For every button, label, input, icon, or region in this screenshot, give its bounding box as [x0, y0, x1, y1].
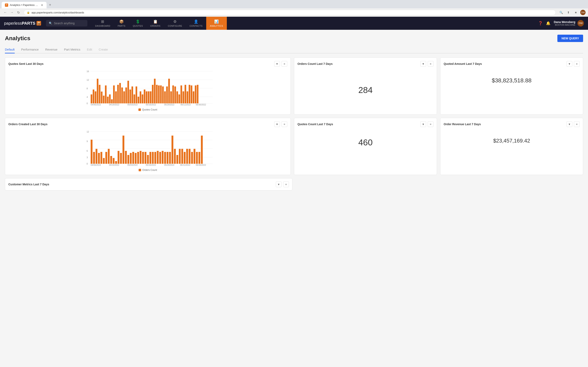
- orders-created-menu-button[interactable]: ≡: [282, 121, 287, 127]
- tab-part-metrics[interactable]: Part Metrics: [64, 46, 80, 53]
- tab-performance[interactable]: Performance: [21, 46, 39, 53]
- tab-bar: P Analytics • Paperless Parts ✕ +: [0, 0, 588, 8]
- quoted-amount-filter-button[interactable]: ▼: [567, 61, 572, 67]
- svg-rect-96: [130, 153, 132, 164]
- order-revenue-card: Order Revenue Last 7 Days ▼ ≡ $23,457,16…: [440, 118, 583, 175]
- svg-rect-105: [152, 152, 154, 164]
- svg-rect-18: [107, 97, 109, 103]
- svg-rect-95: [127, 155, 129, 164]
- back-button[interactable]: ←: [2, 9, 8, 15]
- tab-edit: Edit: [87, 46, 92, 53]
- svg-rect-55: [182, 91, 184, 103]
- svg-rect-54: [181, 85, 182, 103]
- tab-revenue[interactable]: Revenue: [45, 46, 57, 53]
- quotes-count-header: Quotes Count Last 7 Days ▼ ≡: [297, 121, 433, 127]
- svg-rect-108: [159, 152, 161, 164]
- svg-rect-80: [91, 140, 93, 164]
- quoted-amount-menu-button[interactable]: ≡: [574, 61, 580, 67]
- svg-rect-35: [142, 94, 143, 103]
- bookmark-icon[interactable]: ★: [573, 9, 579, 15]
- svg-rect-36: [144, 90, 145, 103]
- user-avatar[interactable]: DW: [577, 20, 584, 26]
- share-icon[interactable]: ⬆: [566, 9, 571, 15]
- main-content: Analytics NEW QUERY Default Performance …: [0, 30, 588, 367]
- forward-button[interactable]: →: [9, 9, 15, 15]
- svg-rect-39: [150, 91, 151, 103]
- close-tab-button[interactable]: ✕: [41, 3, 43, 7]
- quotes-sent-card: Quotes Sent Last 30 Days ▼ ≡ 16 12 8 4 0: [5, 58, 291, 115]
- new-tab-button[interactable]: +: [47, 2, 53, 8]
- search-bar[interactable]: 🔍: [46, 20, 87, 26]
- quotes-icon: 💲: [136, 19, 140, 24]
- svg-text:06/30/2022: 06/30/2022: [196, 164, 206, 166]
- svg-rect-51: [174, 86, 176, 103]
- nav-item-orders[interactable]: 📋 ORDERS: [147, 17, 164, 30]
- svg-text:0: 0: [86, 102, 88, 105]
- customer-metrics-actions: ▼ ≡: [276, 182, 289, 187]
- svg-text:04/19/2022: 04/19/2022: [109, 164, 119, 166]
- svg-rect-94: [125, 151, 127, 164]
- svg-rect-102: [145, 152, 146, 164]
- order-revenue-menu-button[interactable]: ≡: [574, 121, 580, 127]
- search-input[interactable]: [54, 22, 85, 25]
- quotes-sent-header: Quotes Sent Last 30 Days ▼ ≡: [8, 61, 287, 67]
- svg-rect-118: [184, 152, 186, 164]
- quotes-count-filter-button[interactable]: ▼: [420, 121, 426, 127]
- orders-count-filter-button[interactable]: ▼: [420, 61, 426, 67]
- help-icon[interactable]: ❓: [538, 21, 543, 25]
- url-bar[interactable]: 🔒 app.paperlesparts.com/analytics/dashbo…: [24, 10, 556, 15]
- customer-metrics-menu-button[interactable]: ≡: [283, 182, 289, 187]
- svg-rect-15: [101, 92, 103, 103]
- svg-rect-16: [103, 96, 104, 103]
- nav-item-dashboard[interactable]: ⊞ DASHBOARD: [91, 17, 114, 30]
- svg-text:3: 3: [86, 156, 88, 159]
- orders-created-filter-button[interactable]: ▼: [274, 121, 280, 127]
- nav-item-quotes[interactable]: 💲 QUOTES: [129, 17, 146, 30]
- svg-text:8: 8: [86, 87, 88, 90]
- browser-chrome: P Analytics • Paperless Parts ✕ + ← → ↻ …: [0, 0, 588, 17]
- svg-text:04/06/2022: 04/06/2022: [91, 104, 101, 106]
- quotes-sent-filter-button[interactable]: ▼: [274, 61, 280, 67]
- svg-rect-24: [119, 83, 121, 103]
- notifications-icon[interactable]: 🔔: [546, 21, 550, 25]
- header-right: ❓ 🔔 Dana Wensberg BOSTON MACHINE DW: [538, 20, 584, 26]
- svg-rect-13: [97, 79, 98, 103]
- nav-item-analytics[interactable]: 📊 ANALYTICS: [206, 17, 227, 30]
- search-icon: 🔍: [49, 22, 52, 25]
- new-query-button[interactable]: NEW QUERY: [557, 35, 583, 42]
- quoted-amount-title: Quoted Amount Last 7 Days: [444, 62, 482, 66]
- orders-count-menu-button[interactable]: ≡: [428, 61, 433, 67]
- user-details: Dana Wensberg BOSTON MACHINE: [554, 20, 575, 26]
- svg-text:05/16/2022: 05/16/2022: [146, 164, 156, 166]
- svg-rect-121: [191, 152, 193, 164]
- active-tab[interactable]: P Analytics • Paperless Parts ✕: [2, 2, 47, 8]
- svg-rect-111: [167, 152, 168, 164]
- nav-label-configure: CONFIGURE: [168, 25, 182, 27]
- search-browser-icon[interactable]: 🔍: [558, 9, 564, 15]
- svg-rect-11: [93, 90, 94, 103]
- nav-item-parts[interactable]: 📦 PARTS: [114, 17, 129, 30]
- logo-icon: 📦: [36, 21, 41, 25]
- svg-rect-26: [123, 91, 125, 103]
- quotes-count-legend-dot: [138, 108, 141, 111]
- reload-button[interactable]: ↻: [16, 9, 21, 15]
- quoted-amount-value: $38,823,518.88: [492, 77, 532, 84]
- nav-item-contacts[interactable]: 👤 CONTACTS: [186, 17, 206, 30]
- customer-metrics-filter-button[interactable]: ▼: [276, 182, 282, 187]
- logo[interactable]: paperlessPARTS 📦: [4, 21, 41, 26]
- order-revenue-filter-button[interactable]: ▼: [567, 121, 572, 127]
- page-title: Analytics: [5, 35, 30, 42]
- svg-rect-38: [148, 91, 149, 103]
- browser-profile[interactable]: DW: [580, 10, 586, 15]
- quotes-sent-menu-button[interactable]: ≡: [282, 61, 287, 67]
- quotes-count-menu-button[interactable]: ≡: [428, 121, 433, 127]
- nav-item-configure[interactable]: ⚙ CONFIGURE: [164, 17, 186, 30]
- svg-rect-89: [113, 158, 114, 164]
- quotes-count-legend-label: Quotes Count: [142, 108, 157, 111]
- svg-rect-32: [136, 86, 137, 103]
- svg-rect-53: [178, 94, 180, 103]
- svg-rect-85: [103, 158, 105, 164]
- svg-rect-98: [135, 153, 137, 164]
- order-revenue-header: Order Revenue Last 7 Days ▼ ≡: [444, 121, 580, 127]
- tab-default[interactable]: Default: [5, 46, 15, 53]
